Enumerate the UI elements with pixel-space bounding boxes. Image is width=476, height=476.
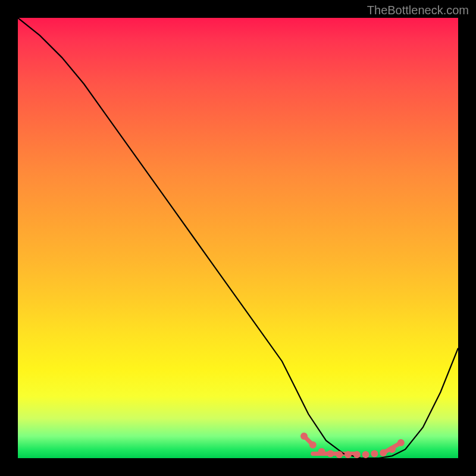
chart-marker-dot (336, 451, 343, 458)
chart-marker-dot (345, 451, 352, 458)
chart-marker-dot (309, 441, 317, 449)
chart-marker-dot (353, 451, 361, 458)
chart-marker-dot (380, 449, 387, 456)
chart-plot-area (18, 18, 458, 458)
chart-marker-dot (371, 450, 378, 458)
chart-main-curve (18, 18, 458, 458)
watermark-text: TheBottleneck.com (367, 4, 469, 17)
chart-marker-dot (362, 451, 369, 458)
chart-marker-dot (300, 433, 308, 440)
chart-svg (18, 18, 458, 458)
chart-marker-dot (389, 446, 396, 453)
chart-marker-dot (327, 450, 334, 458)
chart-marker-dot (397, 439, 405, 446)
chart-marker-dot (318, 448, 325, 455)
